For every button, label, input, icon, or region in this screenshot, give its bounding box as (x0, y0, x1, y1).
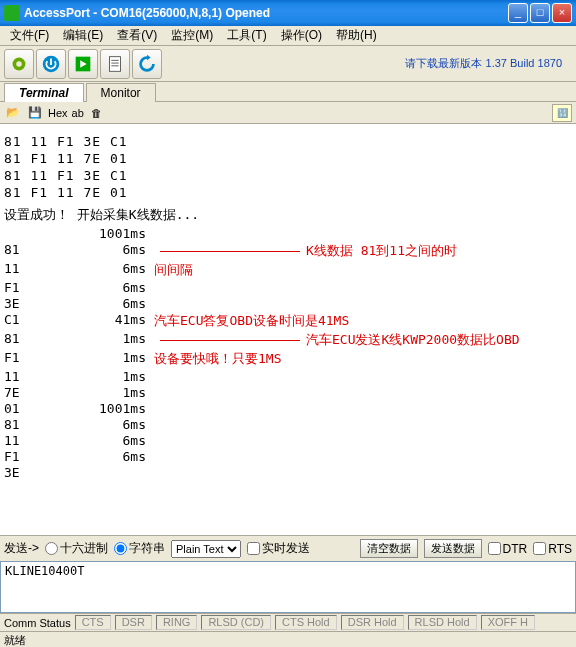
timing-header: 1001ms (54, 226, 154, 241)
save-icon[interactable]: 💾 (26, 104, 44, 122)
open-icon[interactable]: 📂 (4, 104, 22, 122)
annotation-line (160, 251, 300, 252)
dtr-checkbox[interactable]: DTR (488, 542, 528, 556)
version-link[interactable]: 请下载最新版本 1.37 Build 1870 (405, 56, 562, 71)
dsr-hold-status: DSR Hold (341, 615, 404, 630)
ab-toggle[interactable]: ab (72, 107, 84, 119)
timing-value: 41ms (54, 312, 154, 330)
clear-icon[interactable]: 🗑 (88, 104, 106, 122)
calc-icon[interactable]: 🔢 (552, 104, 572, 122)
window-buttons: _ □ × (508, 3, 572, 23)
tab-terminal[interactable]: Terminal (4, 83, 84, 102)
cts-hold-status: CTS Hold (275, 615, 337, 630)
status-bar: 就绪 (0, 631, 576, 647)
annotation-line (160, 340, 300, 341)
byte-value: 3E (4, 465, 54, 480)
run-button[interactable] (68, 49, 98, 79)
menu-edit[interactable]: 编辑(E) (57, 25, 109, 46)
timing-value: 6ms (54, 417, 154, 432)
clear-button[interactable]: 清空数据 (360, 539, 418, 558)
timing-value: 1ms (54, 369, 154, 384)
hex-line: 81 11 F1 3E C1 (4, 134, 572, 149)
menu-help[interactable]: 帮助(H) (330, 25, 383, 46)
timing-value: 1ms (54, 350, 154, 368)
title-bar: AccessPort - COM16(256000,N,8,1) Opened … (0, 0, 576, 26)
tab-monitor[interactable]: Monitor (86, 83, 156, 102)
send-options: 发送-> 十六进制 字符串 Plain Text 实时发送 清空数据 发送数据 … (0, 535, 576, 561)
data-row: 816msK线数据 81到11之间的时 (4, 242, 572, 260)
annotation: 汽车ECU答复OBD设备时间是41MS (154, 312, 572, 330)
timing-value: 6ms (54, 296, 154, 311)
data-row: 116ms (4, 433, 572, 448)
send-button[interactable]: 发送数据 (424, 539, 482, 558)
annotation (154, 417, 572, 432)
timing-value: 6ms (54, 261, 154, 279)
byte-value: 11 (4, 261, 54, 279)
byte-value: 11 (4, 369, 54, 384)
ring-status: RING (156, 615, 198, 630)
menu-monitor[interactable]: 监控(M) (165, 25, 219, 46)
data-row: 3E6ms (4, 296, 572, 311)
annotation (154, 296, 572, 311)
timing-value: 6ms (54, 433, 154, 448)
data-row: C141ms汽车ECU答复OBD设备时间是41MS (4, 312, 572, 330)
mode-str-radio[interactable]: 字符串 (114, 540, 165, 557)
settings-button[interactable] (4, 49, 34, 79)
byte-value: 81 (4, 242, 54, 260)
menu-file[interactable]: 文件(F) (4, 25, 55, 46)
menu-bar: 文件(F) 编辑(E) 查看(V) 监控(M) 工具(T) 操作(O) 帮助(H… (0, 26, 576, 46)
encoding-select[interactable]: Plain Text (171, 540, 241, 558)
timing-value (54, 465, 154, 480)
byte-value: C1 (4, 312, 54, 330)
annotation (154, 449, 572, 464)
annotation (154, 369, 572, 384)
byte-value: 81 (4, 331, 54, 349)
app-icon (4, 5, 20, 21)
annotation (154, 280, 572, 295)
annotation: 汽车ECU发送K线KWP2000数据比OBD (154, 331, 572, 349)
annotation (154, 433, 572, 448)
send-label: 发送-> (4, 540, 39, 557)
menu-tools[interactable]: 工具(T) (221, 25, 272, 46)
close-button[interactable]: × (552, 3, 572, 23)
annotation: 间间隔 (154, 261, 572, 279)
data-row: F16ms (4, 280, 572, 295)
menu-view[interactable]: 查看(V) (111, 25, 163, 46)
toolbar: 请下载最新版本 1.37 Build 1870 (0, 46, 576, 82)
power-button[interactable] (36, 49, 66, 79)
terminal-output[interactable]: 81 11 F1 3E C1 81 F1 11 7E 01 81 11 F1 3… (0, 124, 576, 535)
timing-value: 1001ms (54, 401, 154, 416)
realtime-checkbox[interactable]: 实时发送 (247, 540, 310, 557)
svg-rect-4 (110, 56, 121, 71)
minimize-button[interactable]: _ (508, 3, 528, 23)
data-row: F11ms设备要快哦！只要1MS (4, 350, 572, 368)
rts-checkbox[interactable]: RTS (533, 542, 572, 556)
xoff-status: XOFF H (481, 615, 535, 630)
send-input[interactable] (0, 561, 576, 613)
annotation (154, 385, 572, 400)
annotation (154, 401, 572, 416)
hex-toggle[interactable]: Hex (48, 107, 68, 119)
byte-value: 11 (4, 433, 54, 448)
document-button[interactable] (100, 49, 130, 79)
byte-value: F1 (4, 280, 54, 295)
data-row: 7E1ms (4, 385, 572, 400)
annotation: 设备要快哦！只要1MS (154, 350, 572, 368)
hex-line: 81 F1 11 7E 01 (4, 151, 572, 166)
timing-value: 6ms (54, 242, 154, 260)
byte-value: 3E (4, 296, 54, 311)
status-message: 设置成功！ 开始采集K线数据... (4, 206, 572, 224)
byte-value: F1 (4, 449, 54, 464)
byte-value: F1 (4, 350, 54, 368)
menu-operate[interactable]: 操作(O) (275, 25, 328, 46)
mode-hex-radio[interactable]: 十六进制 (45, 540, 108, 557)
hex-line: 81 F1 11 7E 01 (4, 185, 572, 200)
cts-status: CTS (75, 615, 111, 630)
maximize-button[interactable]: □ (530, 3, 550, 23)
hex-line: 81 11 F1 3E C1 (4, 168, 572, 183)
data-row: 816ms (4, 417, 572, 432)
dsr-status: DSR (115, 615, 152, 630)
refresh-button[interactable] (132, 49, 162, 79)
data-row: 011001ms (4, 401, 572, 416)
svg-point-1 (16, 61, 22, 67)
